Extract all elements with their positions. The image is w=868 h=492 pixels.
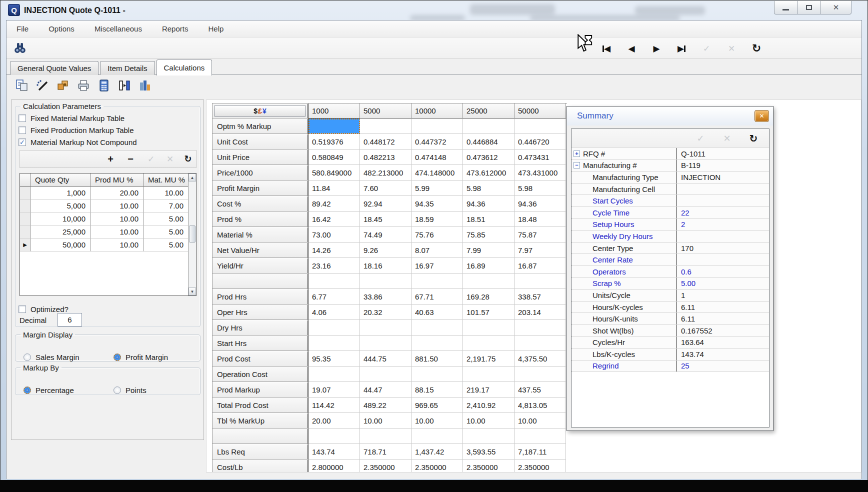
grid-cell[interactable]: 94.35 bbox=[412, 196, 463, 212]
grid-cell[interactable] bbox=[308, 428, 360, 444]
previous-record-button[interactable]: ◀ bbox=[625, 42, 638, 55]
grid-cell[interactable]: 18.16 bbox=[360, 258, 412, 274]
grid-cell[interactable]: 718.71 bbox=[360, 444, 412, 460]
tab-general-quote-values[interactable]: General Quote Values bbox=[10, 61, 98, 75]
scrollbar-thumb[interactable] bbox=[189, 226, 196, 242]
summary-row-regrind[interactable]: Regrind25 bbox=[572, 360, 769, 372]
grid-cell[interactable]: 16.97 bbox=[412, 258, 463, 274]
tab-calculations[interactable]: Calculations bbox=[156, 60, 212, 76]
grid-cell[interactable]: 0.473612 bbox=[463, 150, 514, 165]
grid-cell[interactable]: 338.57 bbox=[514, 289, 566, 304]
grid-cell[interactable]: 0.446720 bbox=[514, 134, 566, 150]
grid-cell[interactable] bbox=[514, 118, 566, 134]
grid-cell[interactable]: 4.06 bbox=[308, 304, 360, 320]
qty-cell[interactable]: 10.00 bbox=[90, 238, 144, 252]
grid-cell[interactable]: 0.473431 bbox=[514, 150, 566, 165]
grid-cell[interactable]: 474.148000 bbox=[412, 165, 463, 180]
summary-row-shot-wt-lbs[interactable]: Shot Wt(lbs)0.167552 bbox=[572, 325, 769, 337]
grid-cell[interactable]: 10.00 bbox=[514, 413, 566, 428]
add-row-icon[interactable]: + bbox=[104, 152, 118, 166]
grid-cell[interactable]: 94.36 bbox=[463, 196, 514, 212]
grid-cell[interactable]: 0.447372 bbox=[412, 134, 463, 150]
summary-row-manufacturing[interactable]: −Manufacturing #B-119 bbox=[572, 160, 769, 172]
summary-row-units-cycle[interactable]: Units/Cycle1 bbox=[572, 290, 769, 302]
grid-cell[interactable] bbox=[360, 428, 412, 444]
qty-cell[interactable]: 50,000 bbox=[30, 238, 90, 252]
qty-table-row[interactable]: 5,00010.007.00 bbox=[20, 200, 196, 212]
radio-sales-margin[interactable]: Sales Margin bbox=[24, 351, 80, 363]
grid-cell[interactable]: 18.51 bbox=[463, 212, 514, 227]
row-selector[interactable] bbox=[20, 186, 30, 200]
summary-row-operators[interactable]: Operators0.6 bbox=[572, 266, 769, 278]
qty-table-row[interactable]: 1,00020.0010.00 bbox=[20, 186, 196, 200]
qty-cell[interactable]: 7.00 bbox=[144, 200, 188, 212]
currency-toggle-button[interactable]: $£¥ bbox=[214, 105, 306, 117]
grid-cell[interactable] bbox=[463, 118, 514, 134]
grid-cell[interactable] bbox=[360, 336, 412, 351]
qty-table-row[interactable]: ▶50,00010.005.00 bbox=[20, 238, 196, 252]
row-selector[interactable] bbox=[20, 200, 30, 212]
tab-item-details[interactable]: Item Details bbox=[100, 61, 154, 75]
grid-cell[interactable]: 18.48 bbox=[514, 212, 566, 227]
grid-cell[interactable]: 4,375.50 bbox=[514, 351, 566, 366]
summary-close-button[interactable]: ✕ bbox=[754, 110, 769, 122]
calculator-icon[interactable] bbox=[97, 78, 111, 92]
grid-cell[interactable] bbox=[463, 428, 514, 444]
grid-cell[interactable]: 5.98 bbox=[514, 180, 566, 196]
material-packages-icon[interactable] bbox=[56, 78, 70, 92]
summary-row-start-cycles[interactable]: Start Cycles bbox=[572, 195, 769, 207]
grid-cell[interactable]: 11.84 bbox=[308, 180, 360, 196]
grid-cell[interactable]: 20.00 bbox=[308, 413, 360, 428]
grid-cell[interactable]: 4,813.05 bbox=[514, 398, 566, 413]
grid-cell[interactable]: 482.213000 bbox=[360, 165, 412, 180]
summary-row-rfq[interactable]: +RFQ #Q-1011 bbox=[572, 148, 769, 160]
summary-row-hours-k-units[interactable]: Hours/K-units6.11 bbox=[572, 313, 769, 325]
qty-table-scrollbar[interactable]: ▲ ▼ bbox=[188, 174, 196, 296]
summary-title-bar[interactable]: Summary bbox=[567, 106, 773, 126]
grid-cell[interactable]: 20.32 bbox=[360, 304, 412, 320]
grid-cell[interactable]: 75.76 bbox=[412, 227, 463, 242]
grid-cell[interactable]: 0.580849 bbox=[308, 150, 360, 165]
grid-cell[interactable] bbox=[463, 320, 514, 336]
grid-cell[interactable]: 33.86 bbox=[360, 289, 412, 304]
grid-cell[interactable] bbox=[308, 320, 360, 336]
summary-row-scrap[interactable]: Scrap %5.00 bbox=[572, 278, 769, 290]
qty-cell[interactable]: 10.00 bbox=[90, 212, 144, 226]
summary-row-hours-k-cycles[interactable]: Hours/K-cycles6.11 bbox=[572, 302, 769, 314]
grid-cell[interactable]: 2.350000 bbox=[463, 460, 514, 472]
grid-cell[interactable]: 219.17 bbox=[463, 382, 514, 398]
qty-cell[interactable]: 5,000 bbox=[30, 200, 90, 212]
format-wand-icon[interactable] bbox=[36, 78, 50, 92]
grid-cell[interactable]: 9.26 bbox=[360, 242, 412, 258]
grid-cell[interactable] bbox=[412, 118, 463, 134]
qty-cell[interactable]: 5.00 bbox=[144, 238, 188, 252]
radio-circle[interactable] bbox=[24, 386, 31, 394]
grid-cell[interactable] bbox=[308, 118, 360, 134]
grid-cell[interactable]: 8.07 bbox=[412, 242, 463, 258]
grid-cell[interactable]: 489.22 bbox=[360, 398, 412, 413]
minimize-button[interactable] bbox=[774, 1, 798, 14]
radio-circle[interactable] bbox=[24, 354, 31, 361]
summary-row-setup-hours[interactable]: Setup Hours2 bbox=[572, 219, 769, 231]
refresh-icon[interactable]: ↻ bbox=[181, 152, 195, 166]
print-icon[interactable] bbox=[76, 78, 90, 92]
grid-cell[interactable] bbox=[412, 428, 463, 444]
bar-chart-icon[interactable] bbox=[138, 78, 152, 92]
grid-cell[interactable]: 2.350000 bbox=[360, 460, 412, 472]
last-record-button[interactable]: ▶ bbox=[675, 42, 688, 55]
qty-cell[interactable]: 1,000 bbox=[30, 186, 90, 200]
checkbox-box[interactable] bbox=[18, 306, 26, 313]
refresh-icon[interactable]: ↻ bbox=[747, 132, 760, 145]
grid-cell[interactable]: 580.849000 bbox=[308, 165, 360, 180]
grid-cell[interactable]: 16.89 bbox=[463, 258, 514, 274]
grid-cell[interactable] bbox=[412, 366, 463, 382]
qty-table-row[interactable]: 25,00010.005.00 bbox=[20, 226, 196, 238]
grid-cell[interactable]: 969.65 bbox=[412, 398, 463, 413]
summary-row-cycles-hr[interactable]: Cycles/Hr163.64 bbox=[572, 337, 769, 349]
grid-cell[interactable]: 44.47 bbox=[360, 382, 412, 398]
summary-row-manufacturing-cell[interactable]: Manufacturing Cell bbox=[572, 184, 769, 196]
grid-cell[interactable]: 169.28 bbox=[463, 289, 514, 304]
grid-cell[interactable]: 92.94 bbox=[360, 196, 412, 212]
grid-cell[interactable]: 0.474148 bbox=[412, 150, 463, 165]
grid-cell[interactable]: 74.49 bbox=[360, 227, 412, 242]
